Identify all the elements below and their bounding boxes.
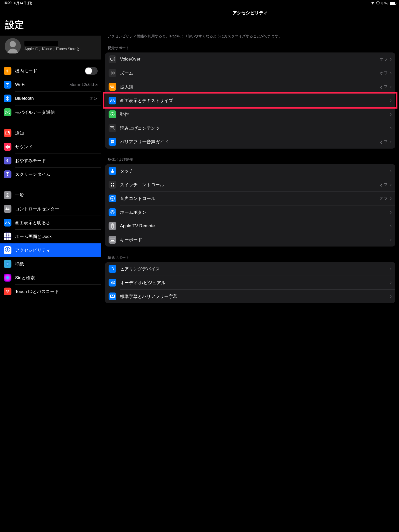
svg-rect-34 xyxy=(110,238,115,241)
sidebar-item-general[interactable]: 一般 xyxy=(0,188,101,202)
profile-sub: Apple ID、iCloud、iTunes Storeと… xyxy=(24,47,84,51)
accessibility-icon xyxy=(4,246,11,254)
svg-point-19 xyxy=(112,72,113,74)
bluetooth-icon xyxy=(4,95,11,102)
row-home-button[interactable]: ホームボタン › xyxy=(105,205,249,219)
row-subtitles[interactable]: 標準字幕とバリアフリー字幕 › xyxy=(105,290,249,303)
sidebar-item-wallpaper[interactable]: 壁紙 xyxy=(0,257,101,271)
siri-icon xyxy=(4,274,11,282)
row-voice-control[interactable]: 音声コントロール オフ› xyxy=(105,192,249,205)
row-display-text[interactable]: AA 画面表示とテキストサイズ › xyxy=(105,94,249,107)
svg-rect-40 xyxy=(111,240,114,241)
svg-rect-25 xyxy=(111,183,112,184)
subtitles-icon xyxy=(109,292,116,300)
sidebar-item-touchid[interactable]: Touch IDとパスコード xyxy=(0,285,101,298)
status-time: 16:09 xyxy=(3,1,12,5)
zoom-icon xyxy=(109,69,116,77)
sidebar-item-controlcenter[interactable]: コントロールセンター xyxy=(0,202,101,216)
row-magnifier[interactable]: 拡大鏡 オフ› xyxy=(105,80,249,94)
svg-rect-35 xyxy=(110,239,111,239)
svg-point-15 xyxy=(6,263,9,265)
svg-point-30 xyxy=(111,210,114,214)
avatar-icon xyxy=(5,38,21,54)
svg-rect-39 xyxy=(114,239,114,239)
row-keyboard[interactable]: キーボード › xyxy=(105,233,249,247)
motion-icon xyxy=(109,110,116,118)
svg-rect-28 xyxy=(113,185,114,187)
page-title: アクセシビリティ xyxy=(104,6,249,19)
text-size-icon: AA xyxy=(109,97,116,104)
sidebar-item-wifi[interactable]: Wi-Fi aterm-12c6fd-a xyxy=(0,78,101,91)
control-center-icon xyxy=(4,205,11,213)
sidebar-item-bluetooth[interactable]: Bluetooth オン xyxy=(0,92,101,105)
text-size-icon: AA xyxy=(4,219,11,227)
svg-rect-42 xyxy=(111,295,112,296)
moon-icon xyxy=(4,157,11,164)
sidebar-item-airplane[interactable]: ✈ 機内モード xyxy=(0,64,101,78)
apple-id-row[interactable]: Apple ID、iCloud、iTunes Storeと… xyxy=(0,36,101,59)
sidebar-item-sounds[interactable]: サウンド xyxy=(0,140,101,154)
sidebar-item-notifications[interactable]: 通知 xyxy=(0,126,101,140)
svg-point-2 xyxy=(10,41,16,47)
sidebar-item-dnd[interactable]: おやすみモード xyxy=(0,154,101,167)
switch-control-icon xyxy=(109,181,116,189)
row-voiceover[interactable]: VoiceOver オフ› xyxy=(105,52,249,66)
touch-icon xyxy=(109,167,116,175)
svg-rect-9 xyxy=(7,208,10,209)
settings-sidebar: 設定 Apple ID、iCloud、iTunes Storeと… ✈ 機内モー… xyxy=(0,6,101,332)
sidebar-item-display[interactable]: AA 画面表示と明るさ xyxy=(0,216,101,229)
row-touch[interactable]: タッチ › xyxy=(105,164,249,178)
row-switch-control[interactable]: スイッチコントロール オフ› xyxy=(105,178,249,191)
sidebar-item-cellular[interactable]: モバイルデータ通信 xyxy=(0,105,101,119)
wifi-settings-icon xyxy=(4,81,11,89)
remote-icon xyxy=(109,222,116,230)
svg-rect-44 xyxy=(111,296,114,297)
section-header-hearing: 聴覚サポート xyxy=(104,254,249,262)
svg-point-5 xyxy=(8,131,9,133)
keyboard-icon xyxy=(109,236,116,244)
svg-rect-16 xyxy=(110,58,113,60)
svg-point-22 xyxy=(112,114,113,115)
sound-icon xyxy=(4,143,11,151)
row-hearing-devices[interactable]: ヒアリングデバイス › xyxy=(105,262,249,276)
voice-control-icon xyxy=(109,195,116,202)
section-header-physical: 身体および動作 xyxy=(104,156,249,164)
vision-list: VoiceOver オフ› ズーム オフ› 拡大鏡 オフ› AA 画面表示とテキ… xyxy=(105,52,249,149)
svg-text:99: 99 xyxy=(111,141,114,142)
profile-name-redacted xyxy=(24,41,58,46)
ear-icon xyxy=(109,265,116,273)
notifications-icon xyxy=(4,129,11,137)
svg-point-18 xyxy=(110,71,115,75)
svg-rect-27 xyxy=(111,185,112,187)
antenna-icon xyxy=(4,108,11,116)
airplane-toggle[interactable] xyxy=(85,67,98,75)
svg-point-7 xyxy=(7,195,8,196)
sidebar-item-accessibility[interactable]: アクセシビリティ xyxy=(0,243,101,257)
home-button-icon xyxy=(109,208,116,216)
row-audio-visual[interactable]: オーディオ/ビジュアル › xyxy=(105,276,249,289)
row-spoken-content[interactable]: 読み上げコンテンツ › xyxy=(105,121,249,135)
settings-title: 設定 xyxy=(0,6,101,36)
svg-rect-31 xyxy=(112,211,113,213)
row-appletv-remote[interactable]: Apple TV Remote › xyxy=(105,219,249,233)
spoken-content-icon xyxy=(109,124,116,132)
sidebar-item-homescreen[interactable]: ホーム画面とDock xyxy=(0,230,101,243)
sidebar-item-siri[interactable]: Siriと検索 xyxy=(0,271,101,284)
wallpaper-icon xyxy=(4,260,11,268)
fingerprint-icon xyxy=(4,288,11,295)
svg-rect-36 xyxy=(111,239,112,239)
svg-rect-43 xyxy=(113,295,114,296)
row-audio-descriptions[interactable]: 99 バリアフリー音声ガイド オフ› xyxy=(105,135,249,149)
gear-icon xyxy=(4,191,11,199)
speaker-icon xyxy=(109,279,116,287)
row-zoom[interactable]: ズーム オフ› xyxy=(105,66,249,80)
row-motion[interactable]: 動作 › xyxy=(105,108,249,121)
hourglass-icon xyxy=(4,170,11,178)
svg-point-13 xyxy=(7,248,8,249)
status-date: 6月14日(日) xyxy=(14,1,32,5)
svg-rect-41 xyxy=(110,295,115,298)
sidebar-item-screentime[interactable]: スクリーンタイム xyxy=(0,168,101,181)
page-description: アクセシビリティ機能を利用すると、iPadをより使いやすくなるようにカスタマイズ… xyxy=(104,19,249,44)
svg-point-33 xyxy=(112,224,113,225)
accessibility-pane: アクセシビリティ アクセシビリティ機能を利用すると、iPadをより使いやすくなる… xyxy=(101,6,249,332)
